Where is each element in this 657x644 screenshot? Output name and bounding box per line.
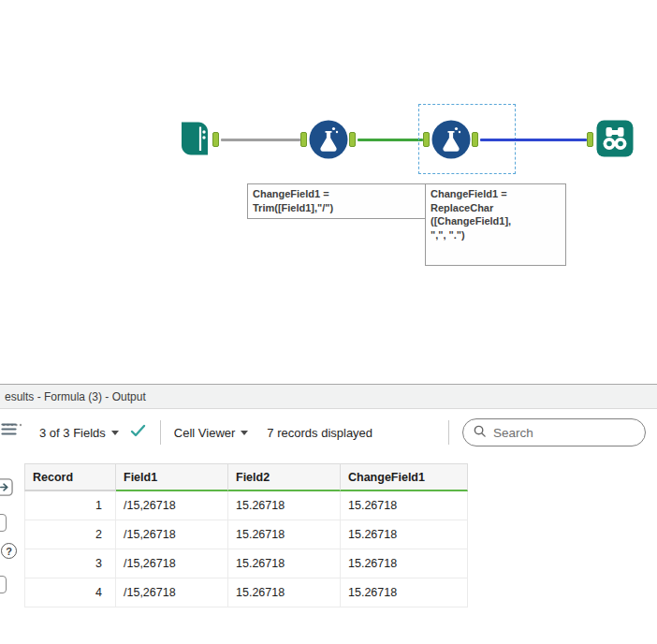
chevron-down-icon xyxy=(241,431,248,435)
table-row: 3 /15,26718 15.26718 15.26718 xyxy=(24,549,468,578)
annotation-line: ChangeField1 = xyxy=(253,187,420,201)
fields-dropdown[interactable]: 3 of 3 Fields xyxy=(39,426,119,440)
input-data-tool[interactable] xyxy=(174,120,212,157)
table-cell[interactable]: /15,26718 xyxy=(116,549,228,578)
results-panel-title: esults - Formula (3) - Output xyxy=(5,390,146,403)
output-anchor[interactable] xyxy=(472,132,478,147)
data-quality-check-button[interactable] xyxy=(130,424,147,441)
records-displayed-label: 7 records displayed xyxy=(267,426,372,440)
table-row: 4 /15,26718 15.26718 15.26718 xyxy=(24,578,468,607)
input-anchor[interactable] xyxy=(423,132,430,147)
column-header-record[interactable]: Record xyxy=(24,463,116,491)
record-cell[interactable]: 4 xyxy=(24,578,116,607)
connection-formula1-to-formula2[interactable] xyxy=(358,139,423,141)
checkmark-icon xyxy=(130,424,147,441)
table-cell[interactable]: /15,26718 xyxy=(116,491,228,520)
formula-tool-1[interactable] xyxy=(309,120,348,159)
formula2-annotation[interactable]: ChangeField1 = ReplaceChar ([ChangeField… xyxy=(425,183,566,266)
flask-icon xyxy=(309,120,348,159)
annotation-line: Trim([Field1],"/") xyxy=(253,201,420,215)
column-header-changefield1[interactable]: ChangeField1 xyxy=(341,463,468,491)
table-cell[interactable]: /15,26718 xyxy=(116,520,228,549)
connection-formula2-to-browse[interactable] xyxy=(480,139,587,141)
flask-icon xyxy=(431,120,471,159)
search-box[interactable] xyxy=(462,418,646,446)
input-anchor[interactable] xyxy=(300,132,307,147)
annotation-line: ChangeField1 = xyxy=(431,187,561,201)
arrow-right-icon xyxy=(0,483,13,499)
annotation-line: ",", ".") xyxy=(431,228,561,242)
table-row: 1 /15,26718 15.26718 15.26718 xyxy=(24,491,468,520)
table-cell[interactable]: 15.26718 xyxy=(228,520,341,549)
table-cell[interactable]: 15.26718 xyxy=(341,520,468,549)
table-cell[interactable]: 15.26718 xyxy=(341,491,468,520)
record-cell[interactable]: 1 xyxy=(24,491,116,520)
chevron-down-icon xyxy=(111,431,119,435)
browse-tool[interactable] xyxy=(596,120,634,157)
table-row: 2 /15,26718 15.26718 15.26718 xyxy=(24,520,468,549)
input-anchor[interactable] xyxy=(587,132,593,147)
table-icon xyxy=(1,423,17,439)
table-cell[interactable]: 15.26718 xyxy=(228,578,341,607)
toolbar-separator xyxy=(160,420,161,445)
table-view-button[interactable] xyxy=(1,422,17,440)
table-cell[interactable]: 15.26718 xyxy=(228,491,341,520)
binoculars-icon xyxy=(596,120,634,157)
table-cell[interactable]: 15.26718 xyxy=(341,549,468,578)
cell-viewer-dropdown[interactable]: Cell Viewer xyxy=(174,426,249,440)
fields-dropdown-label: 3 of 3 Fields xyxy=(39,426,106,440)
results-panel-title-bar: esults - Formula (3) - Output xyxy=(0,385,657,409)
book-icon xyxy=(174,120,212,157)
search-icon xyxy=(473,424,487,442)
connection-input-to-formula1[interactable] xyxy=(221,139,300,141)
question-mark-icon: ? xyxy=(6,546,12,557)
record-cell[interactable]: 3 xyxy=(24,549,116,578)
search-input[interactable] xyxy=(493,426,635,440)
column-header-field2[interactable]: Field2 xyxy=(228,463,341,491)
results-toolbar: 3 of 3 Fields Cell Viewer 7 records disp… xyxy=(0,409,657,456)
formula1-annotation[interactable]: ChangeField1 = Trim([Field1],"/") xyxy=(247,183,426,219)
results-panel: esults - Formula (3) - Output 3 of 3 Fie… xyxy=(0,384,657,644)
table-cell[interactable]: 15.26718 xyxy=(228,549,341,578)
record-cell[interactable]: 2 xyxy=(24,520,116,549)
open-in-new-window-button[interactable] xyxy=(0,478,13,500)
annotation-line: ([ChangeField1], xyxy=(431,214,561,228)
alteryx-designer-window: ChangeField1 = Trim([Field1],"/") Change… xyxy=(0,0,657,644)
annotation-line: ReplaceChar xyxy=(431,201,561,215)
table-cell[interactable]: /15,26718 xyxy=(116,578,228,607)
help-button[interactable]: ? xyxy=(1,543,17,559)
formula-tool-2[interactable] xyxy=(431,120,471,159)
panel-side-button[interactable] xyxy=(0,514,7,532)
output-anchor[interactable] xyxy=(349,132,356,147)
output-anchor[interactable] xyxy=(212,132,219,147)
toolbar-separator xyxy=(448,420,449,445)
table-header-row: Record Field1 Field2 ChangeField1 xyxy=(24,463,468,491)
panel-side-button[interactable] xyxy=(0,576,7,593)
cell-viewer-label: Cell Viewer xyxy=(174,426,236,440)
table-cell[interactable]: 15.26718 xyxy=(341,578,468,607)
column-header-field1[interactable]: Field1 xyxy=(116,463,228,491)
results-table: Record Field1 Field2 ChangeField1 1 /15,… xyxy=(24,463,468,607)
